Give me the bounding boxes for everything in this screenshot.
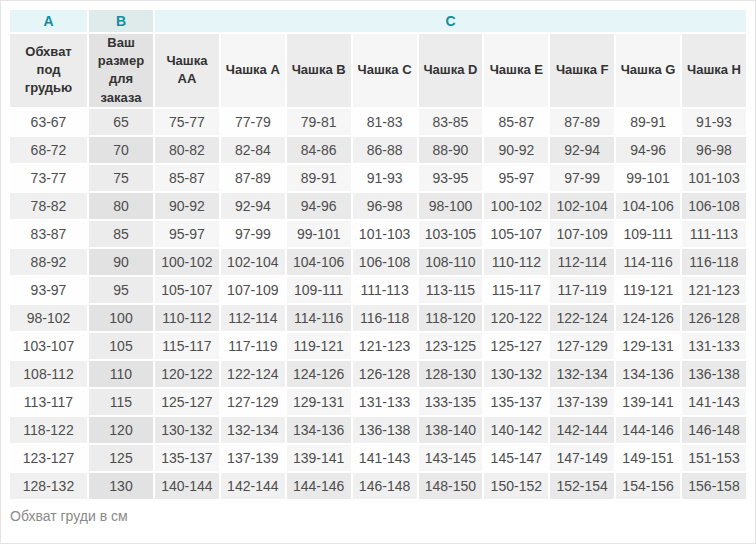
cell-cup-size: 107-109 — [220, 276, 286, 304]
cell-cup-size: 139-141 — [286, 444, 352, 472]
cell-cup-size: 85-87 — [154, 164, 220, 192]
column-header-row: Обхват под грудью Ваш размер для заказа … — [9, 33, 747, 108]
cell-order-size: 130 — [88, 472, 154, 500]
cell-cup-size: 123-125 — [418, 332, 484, 360]
cell-underbust: 93-97 — [9, 276, 88, 304]
cell-cup-size: 77-79 — [220, 108, 286, 136]
cell-cup-size: 101-103 — [681, 164, 747, 192]
cell-order-size: 85 — [88, 220, 154, 248]
cell-cup-size: 132-134 — [549, 360, 615, 388]
cell-cup-size: 141-143 — [681, 388, 747, 416]
cell-cup-size: 91-93 — [681, 108, 747, 136]
cell-cup-size: 118-120 — [418, 304, 484, 332]
table-row: 73-777585-8787-8989-9191-9393-9595-9797-… — [9, 164, 747, 192]
footer-note: Обхват груди в см — [8, 508, 748, 524]
cell-underbust: 98-102 — [9, 304, 88, 332]
cell-cup-size: 143-145 — [418, 444, 484, 472]
cell-underbust: 108-112 — [9, 360, 88, 388]
cell-cup-size: 112-114 — [549, 248, 615, 276]
cell-cup-size: 104-106 — [286, 248, 352, 276]
column-header-cup-c: Чашка C — [352, 33, 418, 108]
table-row: 108-112110120-122122-124124-126126-12812… — [9, 360, 747, 388]
cell-cup-size: 82-84 — [220, 136, 286, 164]
cell-cup-size: 90-92 — [483, 136, 549, 164]
cell-cup-size: 109-111 — [286, 276, 352, 304]
cell-cup-size: 156-158 — [681, 472, 747, 500]
cell-cup-size: 137-139 — [549, 388, 615, 416]
column-header-underbust: Обхват под грудью — [9, 33, 88, 108]
cell-cup-size: 135-137 — [483, 388, 549, 416]
table-row: 113-117115125-127127-129129-131131-13313… — [9, 388, 747, 416]
cell-underbust: 83-87 — [9, 220, 88, 248]
cell-cup-size: 120-122 — [483, 304, 549, 332]
cell-cup-size: 126-128 — [681, 304, 747, 332]
cell-cup-size: 142-144 — [549, 416, 615, 444]
cell-order-size: 90 — [88, 248, 154, 276]
cell-cup-size: 111-113 — [681, 220, 747, 248]
cell-cup-size: 96-98 — [681, 136, 747, 164]
cell-cup-size: 110-112 — [483, 248, 549, 276]
cell-cup-size: 105-107 — [483, 220, 549, 248]
group-header-a: A — [9, 9, 88, 33]
cell-cup-size: 141-143 — [352, 444, 418, 472]
cell-cup-size: 93-95 — [418, 164, 484, 192]
cell-cup-size: 130-132 — [483, 360, 549, 388]
column-header-cup-aa: Чашка AA — [154, 33, 220, 108]
cell-cup-size: 117-119 — [220, 332, 286, 360]
cell-cup-size: 106-108 — [681, 192, 747, 220]
cell-order-size: 80 — [88, 192, 154, 220]
cell-cup-size: 116-118 — [352, 304, 418, 332]
cell-cup-size: 100-102 — [154, 248, 220, 276]
cell-cup-size: 131-133 — [352, 388, 418, 416]
cell-order-size: 120 — [88, 416, 154, 444]
cell-cup-size: 140-142 — [483, 416, 549, 444]
cell-cup-size: 144-146 — [286, 472, 352, 500]
cell-cup-size: 127-129 — [549, 332, 615, 360]
cell-cup-size: 97-99 — [549, 164, 615, 192]
cell-cup-size: 111-113 — [352, 276, 418, 304]
cell-underbust: 88-92 — [9, 248, 88, 276]
column-header-cup-b: Чашка B — [286, 33, 352, 108]
cell-cup-size: 121-123 — [681, 276, 747, 304]
cell-cup-size: 117-119 — [549, 276, 615, 304]
table-row: 128-132130140-144142-144144-146146-14814… — [9, 472, 747, 500]
cell-cup-size: 109-111 — [615, 220, 681, 248]
cell-cup-size: 146-148 — [352, 472, 418, 500]
column-header-order-size: Ваш размер для заказа — [88, 33, 154, 108]
cell-cup-size: 147-149 — [549, 444, 615, 472]
cell-cup-size: 122-124 — [549, 304, 615, 332]
cell-cup-size: 105-107 — [154, 276, 220, 304]
cell-cup-size: 142-144 — [220, 472, 286, 500]
cell-cup-size: 125-127 — [483, 332, 549, 360]
table-row: 118-122120130-132132-134134-136136-13813… — [9, 416, 747, 444]
cell-underbust: 68-72 — [9, 136, 88, 164]
cell-cup-size: 92-94 — [220, 192, 286, 220]
column-header-cup-g: Чашка G — [615, 33, 681, 108]
cell-cup-size: 101-103 — [352, 220, 418, 248]
table-row: 83-878595-9797-9999-101101-103103-105105… — [9, 220, 747, 248]
cell-underbust: 78-82 — [9, 192, 88, 220]
cell-cup-size: 90-92 — [154, 192, 220, 220]
cell-cup-size: 97-99 — [220, 220, 286, 248]
cell-cup-size: 100-102 — [483, 192, 549, 220]
cell-cup-size: 134-136 — [615, 360, 681, 388]
cell-order-size: 105 — [88, 332, 154, 360]
table-row: 103-107105115-117117-119119-121121-12312… — [9, 332, 747, 360]
cell-order-size: 115 — [88, 388, 154, 416]
cell-cup-size: 148-150 — [418, 472, 484, 500]
cell-order-size: 70 — [88, 136, 154, 164]
table-row: 68-727080-8282-8484-8686-8888-9090-9292-… — [9, 136, 747, 164]
cell-cup-size: 151-153 — [681, 444, 747, 472]
cell-cup-size: 104-106 — [615, 192, 681, 220]
cell-cup-size: 86-88 — [352, 136, 418, 164]
cell-cup-size: 88-90 — [418, 136, 484, 164]
cell-cup-size: 150-152 — [483, 472, 549, 500]
cell-cup-size: 89-91 — [286, 164, 352, 192]
cell-cup-size: 136-138 — [681, 360, 747, 388]
cell-order-size: 95 — [88, 276, 154, 304]
cell-cup-size: 128-130 — [418, 360, 484, 388]
column-header-cup-h: Чашка H — [681, 33, 747, 108]
cell-cup-size: 119-121 — [615, 276, 681, 304]
group-header-row: A B C — [9, 9, 747, 33]
cell-underbust: 113-117 — [9, 388, 88, 416]
